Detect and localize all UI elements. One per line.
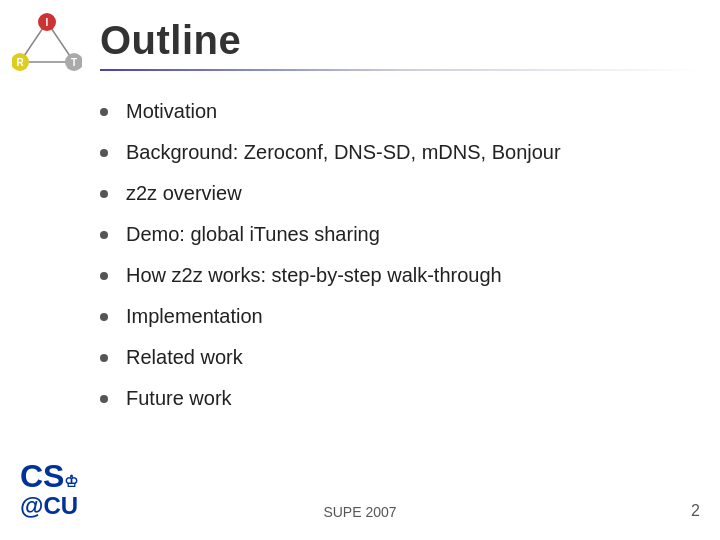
list-item: Demo: global iTunes sharing <box>100 223 680 246</box>
content-area: MotivationBackground: Zeroconf, DNS-SD, … <box>100 100 680 428</box>
list-item-text: Implementation <box>126 305 263 328</box>
outline-list: MotivationBackground: Zeroconf, DNS-SD, … <box>100 100 680 410</box>
list-item: Motivation <box>100 100 680 123</box>
list-item: Related work <box>100 346 680 369</box>
footer-conference: SUPE 2007 <box>323 504 396 520</box>
list-item-text: Background: Zeroconf, DNS-SD, mDNS, Bonj… <box>126 141 561 164</box>
bullet-dot <box>100 231 108 239</box>
list-item-text: z2z overview <box>126 182 242 205</box>
university-logo: CS♔ @CU <box>20 460 78 520</box>
list-item-text: Demo: global iTunes sharing <box>126 223 380 246</box>
page-number: 2 <box>691 502 700 520</box>
cu-logo-text: @CU <box>20 492 78 520</box>
list-item-text: Future work <box>126 387 232 410</box>
bullet-dot <box>100 313 108 321</box>
list-item: Background: Zeroconf, DNS-SD, mDNS, Bonj… <box>100 141 680 164</box>
conference-label: SUPE 2007 <box>323 504 396 520</box>
bullet-dot <box>100 108 108 116</box>
bullet-dot <box>100 272 108 280</box>
list-item: Future work <box>100 387 680 410</box>
list-item-text: Related work <box>126 346 243 369</box>
bullet-dot <box>100 190 108 198</box>
title-area: Outline <box>100 18 700 71</box>
bullet-dot <box>100 395 108 403</box>
title-divider <box>100 69 700 71</box>
list-item: Implementation <box>100 305 680 328</box>
bullet-dot <box>100 354 108 362</box>
bullet-dot <box>100 149 108 157</box>
list-item-text: How z2z works: step-by-step walk-through <box>126 264 502 287</box>
svg-text:R: R <box>16 57 24 68</box>
list-item: z2z overview <box>100 182 680 205</box>
cs-logo-text: CS <box>20 458 64 494</box>
page-title: Outline <box>100 18 700 63</box>
list-item-text: Motivation <box>126 100 217 123</box>
logo-diagram: I R T <box>12 12 82 82</box>
svg-text:I: I <box>46 17 49 28</box>
list-item: How z2z works: step-by-step walk-through <box>100 264 680 287</box>
crown-icon: ♔ <box>64 473 78 490</box>
svg-text:T: T <box>71 57 77 68</box>
